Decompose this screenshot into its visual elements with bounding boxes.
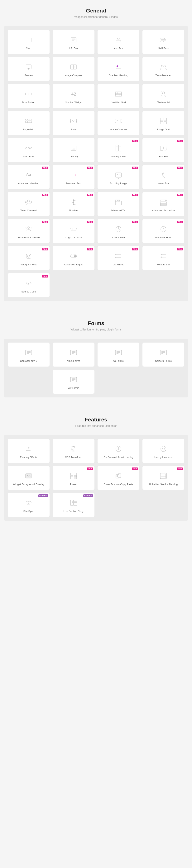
widget-card[interactable]: 15 Calendly (53, 138, 94, 162)
widget-card[interactable]: PRO Team Carousel (8, 192, 50, 216)
widget-card[interactable]: PRO Hover Box (142, 165, 184, 189)
widget-card[interactable]: PRO Countdown (98, 219, 139, 243)
widget-card[interactable]: PRO Timeline (53, 192, 94, 216)
widget-label: weForms (113, 360, 124, 363)
svg-point-53 (31, 147, 32, 149)
widget-card[interactable]: Slider (53, 111, 94, 135)
widget-card[interactable]: Step Flow (8, 138, 50, 162)
widget-label: Gradient Heading (109, 74, 128, 77)
svg-rect-60 (119, 145, 121, 151)
widget-background-overlay-icon (24, 471, 33, 480)
widget-label: Scrolling Image (110, 182, 127, 185)
widget-card[interactable]: Happy Line Icon (142, 439, 184, 463)
widget-card[interactable]: Image Grid (142, 111, 184, 135)
widget-card[interactable]: Logo Grid (8, 111, 50, 135)
general-subtitle: Widget collection for general usages (4, 16, 188, 19)
svg-point-113 (116, 257, 116, 258)
svg-point-103 (30, 254, 31, 255)
widget-card[interactable]: PRO Aa Advanced Heading (8, 165, 50, 189)
widget-card[interactable]: PRO Testimonial Carousel (8, 219, 50, 243)
widget-label: Contact Form 7 (20, 360, 37, 363)
widget-card[interactable]: Contact Form 7 (8, 343, 50, 367)
svg-rect-83 (116, 201, 122, 205)
widget-card[interactable]: COMING Live Section Copy (53, 493, 94, 517)
widget-card[interactable]: Caldera Forms (142, 343, 184, 367)
widget-card[interactable]: COMING Site Sync (8, 493, 50, 517)
widget-card[interactable]: PRO Business Hour (142, 219, 184, 243)
widget-card[interactable]: Info Box (53, 30, 94, 54)
pro-badge: PRO (132, 248, 138, 250)
widget-card[interactable]: CSS CSS Transform (53, 439, 94, 463)
svg-line-96 (119, 229, 120, 230)
svg-rect-47 (160, 122, 163, 124)
svg-text:42: 42 (71, 92, 76, 96)
widget-card[interactable]: On Demand Asset Loading (98, 439, 139, 463)
svg-rect-151 (70, 476, 73, 479)
svg-marker-15 (28, 68, 30, 70)
widget-card[interactable]: PRO Flip Box (142, 138, 184, 162)
svg-rect-59 (116, 145, 118, 151)
widget-label: Unlimited Section Nesting (149, 483, 178, 486)
svg-point-49 (26, 147, 27, 149)
widget-card[interactable]: PRO Unlimited Section Nesting (142, 466, 184, 490)
widget-card[interactable]: Review (8, 57, 50, 81)
live-section-copy-icon (69, 498, 78, 507)
widget-card[interactable]: Icon Box (98, 30, 139, 54)
widget-card[interactable]: 42 Number Widget (53, 84, 94, 108)
widget-card[interactable]: PRO Instagram Feed (8, 246, 50, 270)
svg-rect-38 (30, 121, 32, 123)
svg-point-41 (76, 121, 77, 122)
widget-card[interactable]: " Testimonial (142, 84, 184, 108)
list-group-icon (114, 252, 123, 261)
svg-rect-11 (161, 41, 163, 42)
widget-card[interactable]: PRO Animated Text (53, 165, 94, 189)
widget-card[interactable]: PRO Preset (53, 466, 94, 490)
widget-card[interactable]: Floating Effects (8, 439, 50, 463)
flip-box-icon (159, 144, 168, 153)
widget-card[interactable]: PRO Feature List (142, 246, 184, 270)
widget-card[interactable]: PRO Scrolling Image (98, 165, 139, 189)
widget-card[interactable]: Team Member (142, 57, 184, 81)
widget-card[interactable]: PRO Advanced Toggle (53, 246, 94, 270)
general-widgets-grid: Card Info Box Icon Box Skill Bars (4, 26, 188, 301)
general-title: General (4, 8, 188, 14)
svg-rect-28 (118, 92, 122, 94)
widget-label: Testimonial Carousel (17, 236, 40, 239)
widget-label: Number Widget (65, 101, 82, 104)
widget-card[interactable]: Ninja Forms (53, 343, 94, 367)
widget-label: Pricing Table (111, 155, 126, 158)
logo-carousel-icon (69, 224, 78, 234)
info-box-icon (69, 35, 78, 44)
widget-card[interactable]: weForms (98, 343, 139, 367)
widget-label: Image Grid (157, 128, 169, 131)
widget-card[interactable]: PRO Logo Carousel (53, 219, 94, 243)
widget-card[interactable]: PRO Source Code (8, 273, 50, 297)
widget-card[interactable]: Widget Background Overlay (8, 466, 50, 490)
widget-card[interactable]: PRO List Group (98, 246, 139, 270)
widget-card[interactable]: PRO Advanced Tab (98, 192, 139, 216)
widget-card[interactable]: Card (8, 30, 50, 54)
pro-badge: PRO (177, 166, 183, 169)
svg-rect-27 (116, 92, 118, 94)
widget-card[interactable]: WPForms (53, 370, 94, 394)
widget-card[interactable]: PRO Advanced Accordion (142, 192, 184, 216)
widget-card[interactable]: Dual Button (8, 84, 50, 108)
svg-rect-33 (26, 119, 28, 120)
widget-card[interactable]: PRO Cross Domain Copy Paste (98, 466, 139, 490)
coming-badge: COMING (83, 494, 93, 497)
widget-card[interactable]: Skill Bars (142, 30, 184, 54)
widget-card[interactable]: A Gradient Heading (98, 57, 139, 81)
widget-card[interactable]: Image Carousel (98, 111, 139, 135)
widget-label: Feature List (157, 263, 170, 267)
widget-label: Countdown (112, 236, 125, 239)
widget-card[interactable]: PRO Pricing Table (98, 138, 139, 162)
features-title: Features (4, 416, 188, 423)
pro-badge: PRO (177, 194, 183, 196)
widget-card[interactable]: Justified Grid (98, 84, 139, 108)
svg-rect-0 (26, 38, 31, 42)
team-carousel-icon (24, 197, 33, 207)
logo-grid-icon (24, 117, 33, 126)
widget-label: Happy Line Icon (154, 456, 172, 459)
svg-rect-154 (118, 474, 121, 477)
widget-card[interactable]: Image Compare (53, 57, 94, 81)
